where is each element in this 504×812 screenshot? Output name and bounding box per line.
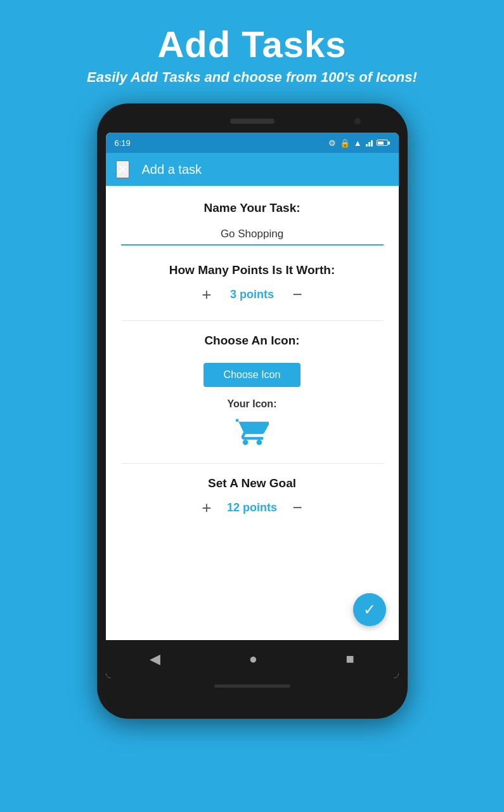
cart-icon — [236, 415, 269, 448]
app-bar: ✕ Add a task — [106, 153, 399, 186]
home-indicator — [214, 684, 290, 688]
points-section: How Many Points Is It Worth: + 3 points … — [121, 263, 384, 303]
status-time: 6:19 — [115, 138, 131, 148]
battery-icon — [377, 140, 390, 146]
status-bar: 6:19 ⚙ 🔒 ▲ — [106, 133, 399, 153]
goal-label: Set A New Goal — [121, 476, 384, 490]
back-nav-button[interactable]: ◀ — [150, 651, 160, 667]
task-name-input-wrapper — [121, 224, 384, 246]
points-label: How Many Points Is It Worth: — [121, 263, 384, 277]
confirm-fab[interactable]: ✓ — [353, 593, 386, 626]
your-icon-label: Your Icon: — [121, 398, 384, 410]
page-subtitle: Easily Add Tasks and choose from 100's o… — [87, 69, 417, 86]
goal-plus-button[interactable]: + — [202, 499, 211, 516]
phone-bottom-nav: ◀ ● ■ — [106, 640, 399, 678]
goal-points-value: 12 points — [227, 501, 278, 514]
phone-screen: 6:19 ⚙ 🔒 ▲ ✕ — [106, 133, 399, 678]
recent-nav-button[interactable]: ■ — [346, 651, 354, 667]
app-bar-title: Add a task — [142, 162, 202, 177]
points-minus-button[interactable]: + — [202, 286, 211, 303]
wifi-icon: ▲ — [354, 138, 362, 148]
icon-label: Choose An Icon: — [121, 334, 384, 348]
phone-top-bar — [106, 112, 399, 130]
goal-minus-button[interactable]: − — [293, 499, 302, 516]
divider-1 — [121, 320, 384, 321]
divider-2 — [121, 463, 384, 464]
check-icon: ✓ — [363, 602, 376, 617]
points-plus-button[interactable]: − — [293, 286, 302, 303]
phone-camera — [354, 118, 361, 124]
phone-speaker — [230, 119, 275, 124]
lock-icon: 🔒 — [340, 138, 350, 148]
points-control: + 3 points − — [121, 286, 384, 303]
points-value: 3 points — [227, 288, 278, 301]
task-name-input[interactable] — [121, 224, 384, 246]
task-name-label: Name Your Task: — [121, 201, 384, 215]
close-button[interactable]: ✕ — [116, 160, 129, 178]
icon-section: Choose An Icon: Choose Icon Your Icon: — [121, 334, 384, 448]
task-name-section: Name Your Task: — [121, 201, 384, 246]
goal-points-control: + 12 points − — [121, 499, 384, 516]
choose-icon-button[interactable]: Choose Icon — [204, 363, 301, 387]
page-header: Add Tasks Easily Add Tasks and choose fr… — [87, 0, 417, 92]
goal-section: Set A New Goal + 12 points − — [121, 476, 384, 516]
settings-icon: ⚙ — [328, 138, 336, 148]
page-title: Add Tasks — [87, 23, 417, 65]
phone-bottom-bar — [106, 684, 399, 688]
screen-content: Name Your Task: How Many Points Is It Wo… — [106, 186, 399, 640]
home-nav-button[interactable]: ● — [249, 651, 257, 667]
status-icons: ⚙ 🔒 ▲ — [328, 138, 390, 148]
phone-frame: 6:19 ⚙ 🔒 ▲ ✕ — [97, 103, 408, 719]
signal-bars-icon — [366, 139, 373, 147]
